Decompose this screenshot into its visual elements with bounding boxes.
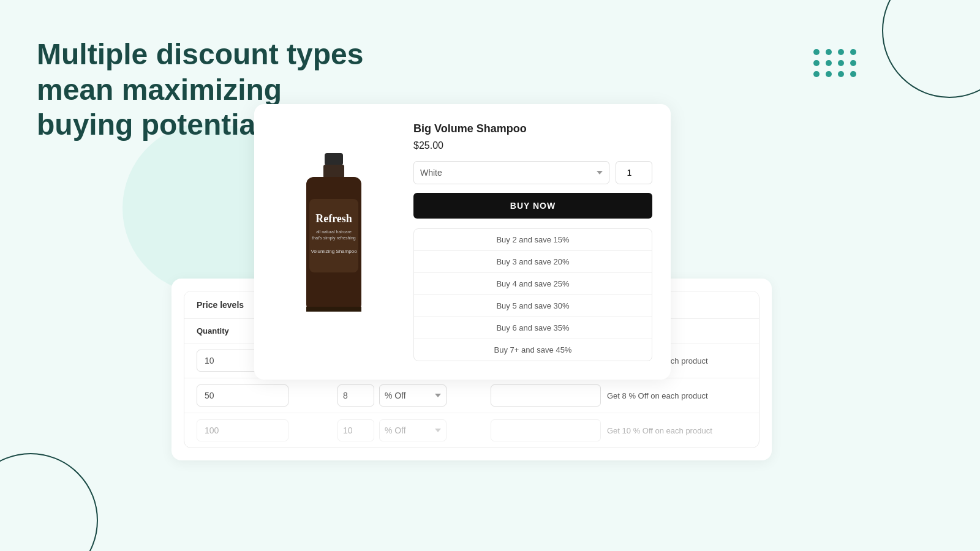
discount-tier-2: Buy 3 and save 20% xyxy=(414,251,652,273)
product-image-area: Refresh all natural haircare that's simp… xyxy=(273,122,395,361)
svg-rect-1 xyxy=(323,165,344,178)
discount-cell-2: % Off $ Off Fixed xyxy=(337,384,484,407)
svg-text:all natural haircare: all natural haircare xyxy=(316,230,352,234)
discount-tier-5: Buy 6 and save 35% xyxy=(414,317,652,339)
quantity-cell-3 xyxy=(197,419,331,441)
svg-rect-0 xyxy=(325,153,343,165)
discount-value-input-3[interactable] xyxy=(337,419,374,441)
svg-text:Refresh: Refresh xyxy=(315,212,352,225)
variant-select[interactable]: White Black xyxy=(413,161,609,184)
help-text-cell-3: Get 10 % Off on each product xyxy=(491,419,747,441)
decorative-circle-top-right xyxy=(882,0,980,98)
quantity-cell-2 xyxy=(197,384,331,407)
help-text-cell-2: Get 8 % Off on each product xyxy=(491,384,747,407)
discount-cell-3: % Off $ Off Fixed xyxy=(337,419,484,441)
help-text-preview-3: Get 10 % Off on each product xyxy=(607,426,712,435)
discount-value-input-2[interactable] xyxy=(337,384,374,407)
product-price: $25.00 xyxy=(413,140,652,151)
decorative-circle-bottom-left xyxy=(0,453,98,551)
quantity-input-2[interactable] xyxy=(197,384,288,407)
product-image: Refresh all natural haircare that's simp… xyxy=(294,150,374,334)
discount-type-select-2[interactable]: % Off $ Off Fixed xyxy=(379,384,447,407)
product-controls: White Black xyxy=(413,161,652,184)
product-details: Big Volume Shampoo $25.00 White Black BU… xyxy=(413,122,652,361)
discount-tier-6: Buy 7+ and save 45% xyxy=(414,339,652,361)
dot-grid-decoration xyxy=(813,49,858,77)
discount-type-select-3[interactable]: % Off $ Off Fixed xyxy=(379,419,447,441)
buy-now-button[interactable]: BUY NOW xyxy=(413,193,652,219)
discount-tier-1: Buy 2 and save 15% xyxy=(414,229,652,251)
table-row: % Off $ Off Fixed Get 10 % Off on each p… xyxy=(184,413,759,448)
help-text-preview-2: Get 8 % Off on each product xyxy=(607,391,708,400)
svg-text:Volumizing Shampoo: Volumizing Shampoo xyxy=(311,249,357,254)
quantity-input[interactable] xyxy=(616,161,652,184)
discount-tier-3: Buy 4 and save 25% xyxy=(414,273,652,295)
table-row: % Off $ Off Fixed Get 8 % Off on each pr… xyxy=(184,378,759,413)
help-text-input-2[interactable] xyxy=(491,384,601,407)
help-text-input-3[interactable] xyxy=(491,419,601,441)
product-card: Refresh all natural haircare that's simp… xyxy=(254,104,671,380)
discount-tiers-list: Buy 2 and save 15% Buy 3 and save 20% Bu… xyxy=(413,228,652,361)
discount-tier-4: Buy 5 and save 30% xyxy=(414,295,652,317)
product-name: Big Volume Shampoo xyxy=(413,122,652,135)
svg-rect-8 xyxy=(306,307,361,312)
quantity-input-3[interactable] xyxy=(197,419,288,441)
svg-text:that's simply refreshing: that's simply refreshing xyxy=(312,236,355,241)
